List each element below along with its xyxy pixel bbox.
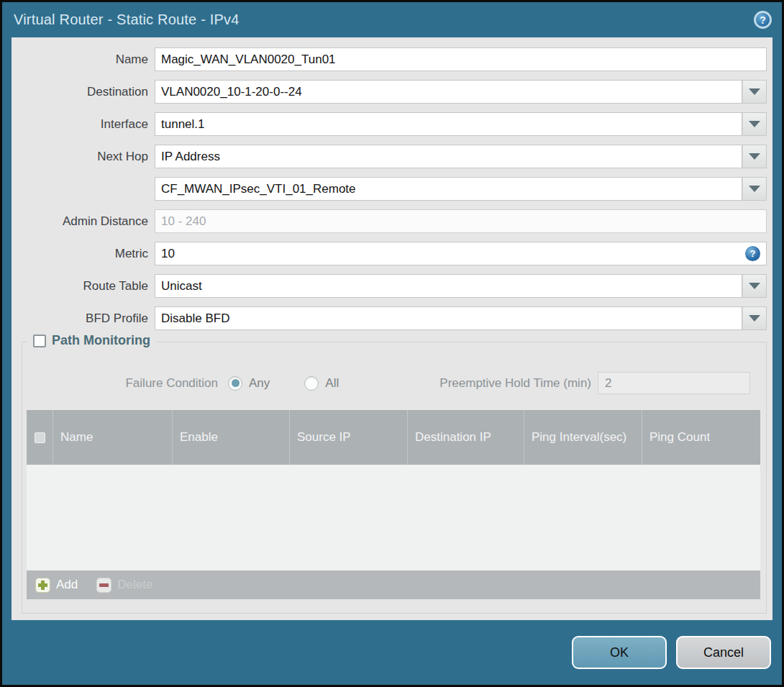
name-input[interactable] — [155, 47, 767, 71]
path-monitoring-legend: Path Monitoring — [27, 333, 157, 348]
route-table-input[interactable] — [155, 274, 742, 298]
table-toolbar: Add Delete — [27, 570, 760, 599]
route-table-label: Route Table — [12, 279, 155, 294]
preemptive-hold-time-input[interactable] — [598, 372, 750, 394]
route-table-dropdown-button[interactable] — [742, 274, 767, 298]
table-header-row: Name Enable Source IP Destination IP Pin… — [27, 410, 760, 465]
form-row-name: Name — [12, 47, 767, 71]
name-label: Name — [12, 53, 155, 67]
path-monitoring-checkbox[interactable] — [33, 335, 46, 347]
dialog-footer: OK Cancel — [2, 620, 782, 685]
minus-icon — [96, 578, 111, 593]
dialog-body: Name Destination Interface — [12, 37, 772, 620]
add-button[interactable]: Add — [35, 578, 78, 593]
help-icon[interactable]: ? — [754, 11, 772, 29]
form-row-admin-distance: Admin Distance — [12, 209, 767, 233]
help-glyph: ? — [760, 14, 766, 26]
radio-any[interactable] — [228, 376, 242, 391]
delete-button-label: Delete — [117, 578, 152, 592]
metric-input[interactable] — [155, 242, 767, 265]
chevron-down-icon — [749, 186, 760, 192]
radio-all-label: All — [325, 376, 339, 391]
form-row-bfd-profile: BFD Profile — [12, 306, 767, 330]
bfd-profile-label: BFD Profile — [12, 311, 155, 326]
bfd-profile-input[interactable] — [155, 306, 742, 330]
delete-button: Delete — [96, 578, 152, 593]
next-hop-type-dropdown-button[interactable] — [742, 145, 767, 168]
form-row-next-hop: Next Hop — [12, 145, 767, 168]
destination-input[interactable] — [155, 80, 742, 104]
chevron-down-icon — [749, 283, 760, 289]
next-hop-address-dropdown-button[interactable] — [742, 177, 767, 201]
add-button-label: Add — [56, 578, 78, 592]
interface-label: Interface — [12, 117, 155, 132]
radio-dot — [232, 379, 240, 387]
radio-all[interactable] — [304, 376, 319, 391]
metric-label: Metric — [12, 247, 155, 261]
path-monitoring-table: Name Enable Source IP Destination IP Pin… — [27, 410, 760, 599]
interface-dropdown-button[interactable] — [742, 112, 767, 136]
radio-any-label: Any — [249, 376, 270, 391]
bfd-profile-dropdown-button[interactable] — [742, 306, 767, 330]
plus-icon — [35, 578, 50, 593]
cancel-button[interactable]: Cancel — [676, 636, 771, 669]
chevron-down-icon — [749, 153, 760, 160]
form-row-destination: Destination — [12, 80, 767, 104]
chevron-down-icon — [749, 88, 760, 95]
dialog-title: Virtual Router - Static Route - IPv4 — [14, 12, 754, 28]
failure-condition-row: Failure Condition Any All Preemptive Hol… — [22, 371, 766, 395]
form-row-route-table: Route Table — [12, 274, 767, 298]
column-header-ping-count: Ping Count — [642, 410, 760, 465]
chevron-down-icon — [749, 121, 760, 127]
column-header-destination-ip: Destination IP — [408, 410, 524, 465]
dialog-titlebar: Virtual Router - Static Route - IPv4 ? — [2, 2, 782, 37]
next-hop-label: Next Hop — [12, 150, 155, 164]
next-hop-address-input[interactable] — [155, 177, 742, 201]
form-row-next-hop-address — [12, 177, 767, 201]
chevron-down-icon — [749, 315, 760, 322]
form-row-interface: Interface — [12, 112, 767, 136]
column-header-name: Name — [53, 410, 173, 465]
static-route-dialog: Virtual Router - Static Route - IPv4 ? N… — [0, 0, 784, 687]
form-row-metric: Metric ? — [12, 242, 767, 265]
failure-condition-label: Failure Condition — [22, 376, 218, 391]
metric-info-icon[interactable]: ? — [745, 246, 760, 261]
info-glyph: ? — [750, 248, 756, 259]
next-hop-type-input[interactable] — [155, 145, 742, 168]
column-header-enable: Enable — [173, 410, 290, 465]
select-all-checkbox[interactable] — [35, 432, 45, 443]
path-monitoring-section: Path Monitoring Failure Condition Any Al… — [22, 342, 767, 614]
table-body-empty — [27, 465, 760, 570]
column-header-ping-interval: Ping Interval(sec) — [524, 410, 642, 465]
destination-dropdown-button[interactable] — [742, 80, 767, 104]
path-monitoring-title: Path Monitoring — [52, 333, 150, 348]
column-header-source-ip: Source IP — [290, 410, 408, 465]
destination-label: Destination — [12, 85, 155, 99]
admin-distance-label: Admin Distance — [12, 214, 155, 229]
admin-distance-input[interactable] — [155, 209, 767, 233]
ok-button[interactable]: OK — [572, 636, 667, 669]
failure-condition-radio-group: Any All — [228, 376, 339, 391]
interface-input[interactable] — [155, 112, 742, 136]
preemptive-hold-time-label: Preemptive Hold Time (min) — [439, 376, 591, 391]
